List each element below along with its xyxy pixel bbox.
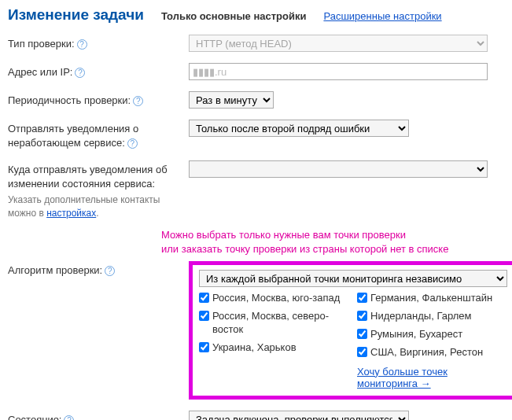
check-type-select[interactable]: HTTP (метод HEAD) [189,35,488,52]
page-title: Изменение задачи [8,6,144,24]
label-check-type: Тип проверки:? [8,35,189,51]
location-checkbox[interactable]: Россия, Москва, северо-восток [199,310,349,337]
help-icon[interactable]: ? [75,68,85,78]
help-icon[interactable]: ? [77,39,87,50]
algorithm-mode-select[interactable]: Из каждой выбранной точки мониторинга не… [199,270,507,287]
address-input[interactable] [189,63,488,80]
algorithm-box: Из каждой выбранной точки мониторинга не… [189,261,512,400]
tab-basic[interactable]: Только основные настройки [161,10,307,22]
notify-where-select[interactable] [189,160,488,178]
location-checkbox[interactable]: Украина, Харьков [199,341,349,355]
frequency-select[interactable]: Раз в минуту [189,91,274,109]
label-address: Адрес или IP:? [8,63,189,79]
location-checkbox[interactable]: Германия, Фалькенштайн [357,292,507,305]
help-icon[interactable]: ? [133,96,143,106]
settings-link[interactable]: настройках [46,208,96,219]
location-checkbox[interactable]: Россия, Москва, юго-запад [199,292,349,305]
location-checkbox[interactable]: Нидерланды, Гарлем [357,310,507,323]
label-frequency: Периодичность проверки:? [8,91,189,108]
location-checkbox[interactable]: США, Виргиния, Рестон [357,346,507,359]
state-select[interactable]: Задача включена, проверки выполняются [189,411,409,420]
help-icon[interactable]: ? [127,138,138,149]
help-icon[interactable]: ? [64,415,74,420]
label-notify-where: Куда отправлять уведомления об изменении… [8,160,189,220]
more-locations-link[interactable]: Хочу больше точек мониторинга → [357,366,507,389]
label-state: Состояние:? [8,411,189,420]
label-algorithm: Алгоритм проверки:? [8,261,189,278]
notify-down-select[interactable]: Только после второй подряд ошибки [189,120,409,137]
location-checkbox[interactable]: Румыния, Бухарест [357,328,507,341]
label-notify-down: Отправлять уведомления о неработающем се… [8,120,189,149]
annotation-text: Можно выбрать только нужные вам точки пр… [161,228,504,256]
tab-advanced[interactable]: Расширенные настройки [323,10,441,22]
help-icon[interactable]: ? [105,266,115,276]
